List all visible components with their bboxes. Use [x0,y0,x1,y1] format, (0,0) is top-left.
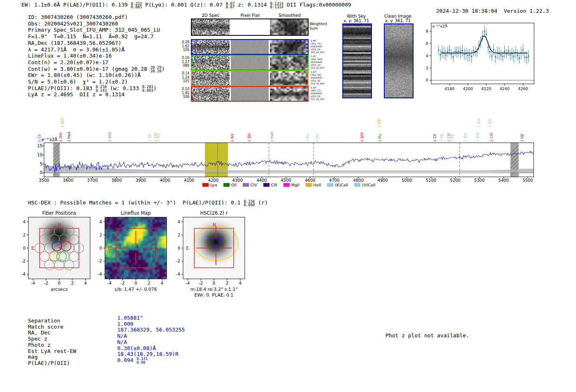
emission-line-label: { Hβ [439,134,444,142]
cutout-x-tick: 0 [135,281,137,285]
legend-item: MgII [283,183,300,187]
cutout-y-tick: 4 [178,220,180,224]
cutout-y-tick: 4 [100,220,102,224]
match-row-label: Separation [28,318,60,324]
legend-label: HeII [314,183,321,187]
spec2d-row [191,70,309,86]
spectrum-x-tick: 3600 [59,178,77,183]
emission-line-label: { CII [37,134,42,142]
legend-swatch [263,183,269,187]
fit-units-label: e⁻¹⁷x2Å [432,24,448,28]
info-line: Cont(w) = 3.80(±0.01)e-17 (gmag 20.28 20… [28,66,165,72]
legend-item: CIII [263,183,277,187]
spec2d-row [191,86,309,102]
cutout-y-tick: -2 [176,259,180,263]
legend-label: (K)CaII [335,183,348,187]
cutout-x-tick: -4 [186,281,190,285]
spectrum-x-tick: 3700 [84,178,102,183]
cutout-y-tick: 0 [100,246,102,251]
spec2d-row-label: 1.43"(361, 80)20200425v021_02312_LU_008 [311,71,324,85]
spectrum-x-tick: 5200 [446,178,465,183]
legend-label: CIII [271,183,277,187]
spectrum-y-tick: 15 [33,144,42,148]
match-row-value: N/A [117,333,127,339]
hsc-image [183,217,245,279]
cutout-x-tick: 2 [226,281,228,285]
match-row-value: 0.30(±0.08)Å [117,345,156,351]
cutout-y-tick: 2 [100,233,102,237]
info-line: P(LAE)/P(OII): 0.183 0.2580.143 (w: 0.13… [28,85,156,92]
cutout-x-tick: -2 [44,281,48,285]
match-row-label: Spec z [28,336,47,342]
fit-x-tick: 4180 [445,86,455,91]
spectrum-x-tick: 4700 [325,178,344,183]
legend-swatch [202,183,209,187]
legend-swatch [223,183,230,187]
info-line: EWr = 1.80(±0.45) (w: 1.10(±0.26))Å [28,72,141,79]
cutout-x-tick: -2 [121,281,125,285]
stacked-uncertainty: 0.1560.068 [244,200,255,207]
cutout-xlabel: s/b: 1.47 +/- 0.076 [114,287,157,292]
legend-label: (H)CaII [362,183,376,187]
legend-item: HeII [306,183,321,187]
emission-line-label: { Hγ [305,134,309,142]
cutout-x-tick: -4 [107,281,111,285]
info-line: LineFlux = 1.40(±0.34)e-16 [28,53,112,59]
cutout-x-tick: 0 [213,281,215,285]
spec2d-image [192,19,230,35]
match-row-label: Est LyA rest-EW [28,348,76,354]
spec2d-row-stats: 0.101.95106 [177,87,189,99]
spec2d-image [192,71,230,85]
fit-x-tick: 4240 [499,86,509,91]
spec2d-image [192,40,230,54]
smoothed-image [270,19,308,35]
spectrum-x-tick: 5100 [422,178,440,183]
match-row-label: Match score [28,324,63,330]
emission-line-label: { SiIV [60,118,65,128]
photz-note: Phot z plot not available. [386,332,469,339]
fit-x-tick: 4200 [463,86,473,91]
spec2d-image [192,56,230,70]
elixer-report-page: EW: 1.1±0.6Å P(LAE)/P(OII): 0.139 0.2320… [0,0,576,392]
smoothed-image [270,56,308,70]
info-line: ID: 3007430260 (3007430260.pdf) [28,14,128,21]
cutout-y-tick: 2 [178,233,180,237]
spec2d-row-stats: 0.162.27086 [177,56,189,68]
sky-panel-title: With Sky [337,14,375,19]
pixel-flat-image [231,56,269,70]
spectrum-x-tick: 4100 [180,178,198,183]
emission-line-label: { OII [156,134,160,142]
emission-line-label: { CII [433,134,437,142]
cutout-x-tick: -2 [199,281,203,285]
legend-item: Lyα [202,183,217,187]
match-row-label: mag [28,354,37,360]
spec2d-col-header: Smoothed [271,13,309,18]
spectrum-y-tick: 0 [33,170,42,175]
smoothed-image [270,71,308,85]
emission-line-label: { Hβ [520,134,524,142]
cutout-panel-lineflux: NE-4-4-2-2002244Lineflux Maps/b: 1.47 +/… [89,210,170,300]
spectrum-x-tick: 5400 [495,178,513,183]
full-spectrum-figure: 3500360037003800390040004100420043004400… [39,110,539,195]
legend-label: OII [231,183,237,187]
legend-item: OII [223,183,237,187]
pixel-flat-image [231,71,269,85]
spectrum-x-tick: 4600 [301,178,319,183]
emission-line-label: { NV [230,134,235,142]
spectrum-x-tick: 5000 [398,178,416,183]
spec2d-row-stats: 0.281.62106 [177,40,189,52]
cutout-y-tick: 4 [23,220,26,224]
spectrum-x-tick: 4400 [253,178,271,183]
header-version: Version 1.22.3 [504,8,549,14]
cutout-title: Lineflux Map [121,210,151,216]
stacked-uncertainty: 0.2320.085 [131,2,142,9]
fiber-image [28,217,90,279]
spec2d-row-label: 0.46"(361, 71)20200425v021_01312_LU_007 [311,39,324,54]
fit-x-tick: 4260 [518,86,528,91]
emission-line-label: { OIII [488,118,492,128]
header-datetime: 2024-12-30 18:38:04 [436,8,497,14]
stacked-uncertainty: 0.13140.1314 [270,2,283,9]
smoothed-image [270,87,308,101]
stacked-uncertainty: 0.2010.093 [142,85,153,92]
cutout-y-tick: -2 [98,259,102,263]
